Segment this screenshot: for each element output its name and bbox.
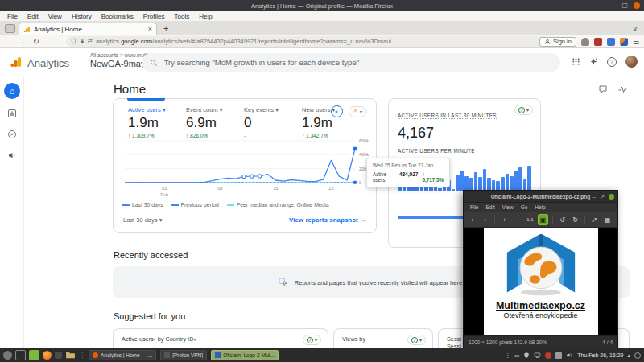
realtime-status-chip[interactable]: ✓ ▾ <box>514 105 533 115</box>
menu-tools[interactable]: Tools <box>170 13 193 20</box>
proton-tray-icon[interactable] <box>545 352 551 359</box>
metric-key-events[interactable]: Key events ▾ 0 - <box>244 106 288 138</box>
menu-bookmarks[interactable]: Bookmarks <box>97 13 138 20</box>
collection-button[interactable]: ▦ <box>602 214 613 225</box>
page-title: Home <box>114 82 146 96</box>
analytics-assistant-icon[interactable] <box>331 105 343 117</box>
taskbar-window-firefox[interactable]: Analytics | Home — ... <box>89 350 156 360</box>
menu-history[interactable]: History <box>68 13 96 20</box>
viewer-titlebar[interactable]: Oficialni-Logo-2-Multimediaexpo-cz.png –… <box>464 191 617 203</box>
taskbar-window-protonvpn[interactable]: [Proton VPN] <box>160 350 207 360</box>
sign-in-button[interactable]: Sign in <box>539 37 576 47</box>
chevron-down-icon: ▾ <box>526 107 529 113</box>
tab-overflow-icon[interactable]: ∨ <box>632 25 638 33</box>
insights-pulse-icon[interactable] <box>617 84 628 94</box>
next-image-button[interactable]: › <box>480 214 490 225</box>
previous-image-button[interactable]: ‹ <box>467 214 477 225</box>
metric-event-count[interactable]: Event count ▾ 6.9m ↑ 826.0% <box>186 106 230 138</box>
lock-icon[interactable] <box>80 38 85 44</box>
new-tab-button[interactable]: + <box>163 23 168 33</box>
viewer-menu-edit[interactable]: Edit <box>482 204 497 210</box>
maximize-button[interactable]: ▢ <box>621 2 628 9</box>
viewer-menu-go[interactable]: Go <box>518 204 531 210</box>
card-status-chip[interactable]: ✓▾ <box>303 335 321 345</box>
rotate-right-button[interactable]: ↻ <box>570 214 580 225</box>
keyboard-layout-indicator[interactable]: cs <box>514 353 519 358</box>
minimize-button[interactable]: – <box>613 2 616 9</box>
forward-button[interactable]: → <box>14 37 29 46</box>
card-status-chip[interactable]: ✓▾ <box>407 335 426 345</box>
mint-menu-button[interactable] <box>3 351 12 360</box>
view-reports-snapshot-link[interactable]: View reports snapshot → <box>289 216 366 224</box>
tab-analytics-home[interactable]: Analytics | Home × <box>19 23 157 35</box>
show-desktop-button[interactable] <box>15 350 26 360</box>
reload-button[interactable]: ↻ <box>29 37 43 46</box>
menu-help[interactable]: Help <box>195 13 216 20</box>
taskbar-window-image-viewer[interactable]: Oficialni-Logo-2-Mul... <box>211 350 279 360</box>
zoom-actual-size-button[interactable]: 1:1 <box>525 214 535 225</box>
terminal-launcher-icon[interactable] <box>55 352 62 359</box>
profile-extension-icon[interactable] <box>581 38 589 46</box>
translate-extension-icon[interactable] <box>607 38 615 46</box>
files-launcher-icon[interactable] <box>65 350 76 360</box>
firefox-view-icon[interactable] <box>5 24 15 33</box>
hamburger-menu-icon[interactable]: ☰ <box>633 38 639 46</box>
user-avatar[interactable] <box>625 56 638 68</box>
url-bar[interactable]: ⇄ analytics.google.com/analytics/web/#/a… <box>66 36 549 47</box>
menu-edit[interactable]: Edit <box>23 13 43 20</box>
zoom-best-fit-button[interactable]: ▣ <box>538 214 548 225</box>
menu-file[interactable]: File <box>3 13 22 20</box>
viewer-menu-file[interactable]: File <box>467 204 481 210</box>
menu-profiles[interactable]: Profiles <box>139 13 169 20</box>
viewer-menu-view[interactable]: View <box>499 204 517 210</box>
zoom-in-button[interactable]: + <box>499 214 510 225</box>
data-alert-chip[interactable]: ⚠ ▾ <box>349 106 366 117</box>
insights-sparkle-icon[interactable] <box>589 57 598 66</box>
nav-explore-icon[interactable] <box>7 130 17 139</box>
permissions-icon[interactable]: ⇄ <box>88 38 93 44</box>
app-tray-icon[interactable] <box>555 352 562 359</box>
active-users-trend-chart[interactable]: 0200k400k600k01Feb081522 <box>122 136 373 199</box>
viewer-maximize-button[interactable]: ↗ <box>600 194 605 200</box>
nav-advertising-icon[interactable] <box>7 150 17 160</box>
fullscreen-button[interactable]: ↗ <box>589 214 600 225</box>
vpn-shield-tray-icon[interactable] <box>523 352 530 359</box>
feedback-note-icon[interactable] <box>598 84 608 94</box>
realtime-title: ACTIVE USERS IN LAST 30 MINUTES <box>398 113 497 119</box>
viewer-close-button[interactable] <box>609 194 614 200</box>
rotate-left-button[interactable]: ↺ <box>557 214 568 225</box>
metric-active-users[interactable]: Active users ▾ 1.9m ↑ 1,309.7% <box>128 106 172 138</box>
date-range-selector[interactable]: Last 30 days ▾ <box>123 216 162 224</box>
viewer-minimize-button[interactable]: – <box>592 194 596 200</box>
firefox-launcher-icon[interactable] <box>43 351 52 360</box>
extension-icon[interactable] <box>620 38 628 46</box>
ga-search-bar[interactable] <box>142 53 560 72</box>
proton-pass-extension-icon[interactable] <box>594 38 602 46</box>
viewer-window-title: Oficialni-Logo-2-Multimediaexpo-cz.png <box>491 194 591 200</box>
help-icon[interactable]: ? <box>607 57 617 67</box>
volume-tray-icon[interactable] <box>566 352 573 359</box>
tab-close-icon[interactable]: × <box>148 25 152 33</box>
viewer-canvas[interactable]: Multimediaexpo.cz Otevřená encyklopedie <box>464 228 617 335</box>
suggested-card-active-users-by-country[interactable]: Active users▾ by Country ID▾ ✓▾ <box>113 328 328 348</box>
tray-menu-icon[interactable] <box>634 352 641 359</box>
apps-grid-icon[interactable] <box>572 57 580 66</box>
viewer-menu-help[interactable]: Help <box>531 204 548 210</box>
menu-view[interactable]: View <box>44 13 66 20</box>
chevron-down-icon: ▾ <box>360 109 362 114</box>
network-tray-icon[interactable] <box>534 352 541 359</box>
taskbar-clock[interactable]: Thu Feb 26, 15:29 <box>577 352 623 358</box>
zoom-out-button[interactable]: − <box>512 214 522 225</box>
close-button[interactable] <box>634 2 640 9</box>
realtime-active-users-value: 4,167 <box>398 125 531 142</box>
tray-expand-icon[interactable]: ▴ <box>627 352 630 359</box>
taskbar: ⋮ Analytics | Home — ... [Proton VPN] Of… <box>0 348 644 362</box>
url-text[interactable]: analytics.google.com/analytics/web/#/a82… <box>96 38 535 45</box>
back-button[interactable]: ← <box>0 37 14 46</box>
suggested-card-views-by-page[interactable]: Views by Page title and scree... ✓▾ <box>333 328 433 348</box>
app-launcher-green-icon[interactable] <box>29 350 39 360</box>
search-input[interactable] <box>164 58 552 67</box>
nav-home-icon[interactable]: ⌂ <box>4 83 20 99</box>
tracking-shield-icon[interactable] <box>71 38 76 44</box>
nav-reports-icon[interactable] <box>7 109 17 118</box>
